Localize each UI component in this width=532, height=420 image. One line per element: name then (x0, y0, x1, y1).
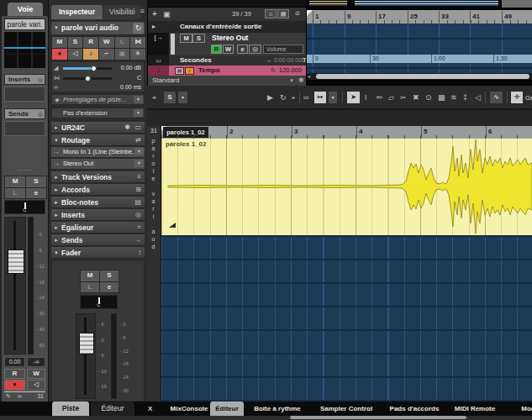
seconds-ruler-lane[interactable]: 0 30 1:00 1:30 (307, 55, 532, 63)
chevron-down-icon[interactable]: ▼ (289, 76, 294, 86)
tempo-activate-icon[interactable]: ♪ (185, 67, 194, 75)
event-corner-handle[interactable] (169, 223, 176, 228)
grid-type-label[interactable]: Grille (525, 92, 532, 104)
gain-value[interactable]: 0.00 (4, 357, 25, 367)
tab-piste[interactable]: Piste (52, 402, 89, 416)
autoscroll-icon[interactable]: ↦ (313, 91, 327, 104)
read-automation-button[interactable]: R (211, 45, 222, 54)
chevron-down-icon[interactable]: ▼ (134, 148, 144, 155)
play-tool[interactable]: ◁ (475, 92, 481, 104)
pan-control[interactable]: C (80, 295, 118, 309)
scrollbar-thumb[interactable] (316, 74, 529, 79)
inserts-header[interactable]: Inserts ◎ (4, 74, 45, 85)
close-icon[interactable]: X (148, 402, 152, 416)
volume-fader[interactable] (76, 313, 96, 399)
chevron-down-icon[interactable]: ▼ (328, 91, 338, 104)
wrench-icon[interactable]: ✎ (6, 392, 11, 401)
section-fader[interactable]: ▼ Fader ↕ (51, 247, 145, 259)
lanes-icon[interactable]: ▣ (115, 49, 130, 60)
status-scrollbar[interactable] (290, 416, 466, 419)
mute-button[interactable]: M (180, 34, 192, 43)
input-routing-dropdown[interactable]: → Mono In 1 (Line (Steinbe. ▼ (51, 147, 145, 158)
triangle-left-icon[interactable]: ◂ (292, 92, 294, 104)
fader-handle[interactable] (8, 249, 24, 274)
tab-mixconsole[interactable]: MixConsole (161, 402, 217, 416)
comp-tool[interactable]: ▩ (438, 92, 445, 104)
editor-ruler[interactable]: paroles 1_02 2 3 4 5 6 (161, 126, 532, 139)
tab-midi-remote[interactable]: MIDI Remote (445, 402, 504, 416)
read-automation-button[interactable]: R (4, 369, 25, 379)
link-icon[interactable]: ∞ (303, 92, 308, 104)
hardware-icon[interactable]: ▭ (134, 122, 141, 134)
inspector-menu-icon[interactable]: ≡ (140, 7, 145, 15)
solo-button[interactable]: S (26, 176, 46, 187)
track-preset-row[interactable]: Standard ▼ ✱ (148, 76, 306, 86)
inspector-track-header[interactable]: ▼ parole vari audio ↻ (51, 22, 145, 34)
tab-voie[interactable]: Voie (8, 3, 43, 16)
extension-dropdown[interactable]: Pas d'extension ▼ (51, 108, 145, 118)
draw-tool[interactable]: ✏ (377, 92, 383, 104)
section-sends[interactable]: ► Sends → (51, 234, 145, 246)
pan-slider[interactable] (63, 77, 112, 80)
pin-icon[interactable]: ⌖ (152, 92, 156, 104)
scroll-left-icon[interactable]: ◂ (308, 73, 310, 80)
record-enable-button[interactable]: ● (52, 49, 67, 60)
mute-button[interactable]: M (81, 270, 99, 281)
write-automation-button[interactable]: W (223, 45, 234, 54)
tab-editeur[interactable]: Éditeur (210, 402, 244, 416)
horizontal-scrollbar[interactable]: ◂ (307, 73, 532, 80)
folder-icon[interactable]: ▸ (152, 21, 155, 33)
track-preset-dropdown[interactable]: ◆ Préréglages de piste... ▼ (51, 94, 145, 105)
erase-tool[interactable]: ▱ (388, 92, 394, 104)
range-selection-tool[interactable]: I (365, 92, 367, 104)
freeze-icon[interactable]: ✳ (130, 49, 145, 60)
chevron-down-icon[interactable]: ▼ (177, 91, 188, 104)
audition-loop-icon[interactable]: ↻ (280, 92, 287, 104)
volume-fader[interactable] (4, 217, 26, 354)
sends-header[interactable]: Sends ◎ (4, 108, 45, 119)
track-stereo-out[interactable]: [→ M S Stereo Out R W e ◎ Volume (148, 33, 306, 56)
mono-stereo-icon[interactable]: ⋈ (130, 37, 145, 48)
scrub-tool[interactable]: ≋ (450, 92, 457, 104)
snap-icon[interactable]: ✛ (510, 91, 524, 104)
list-icon[interactable]: ▤ (277, 9, 289, 18)
listen-bus-icon[interactable]: ∞ (18, 392, 22, 401)
tempo-value[interactable]: 120.000 (279, 66, 302, 76)
write-automation-button[interactable]: W (99, 37, 114, 48)
home-icon[interactable]: ⌂ (265, 9, 277, 18)
add-track-button[interactable]: + (152, 8, 157, 21)
line-tool[interactable]: ∿ (489, 91, 503, 104)
sends-bypass-icon[interactable]: ◎ (38, 109, 43, 118)
tab-sampler-control[interactable]: Sampler Control (314, 402, 378, 416)
chevron-down-icon[interactable]: ▼ (134, 109, 143, 117)
section-inserts[interactable]: ► Inserts ◎ (51, 209, 145, 221)
edit-channel-button[interactable]: e (237, 45, 248, 54)
split-tool[interactable]: ✂ (400, 92, 407, 104)
chevron-down-icon[interactable]: ▼ (134, 160, 144, 167)
section-routage[interactable]: ▼ Routage ⇄ (51, 134, 145, 146)
import-icon[interactable]: ▣ (163, 8, 171, 21)
chevron-down-icon[interactable]: ▼ (134, 96, 143, 103)
search-icon[interactable]: ⊙ (292, 9, 303, 18)
lock-icon[interactable]: ⌐ (99, 49, 114, 60)
tab-pads-accords[interactable]: Pads d'accords (385, 402, 444, 416)
write-automation-button[interactable]: W (27, 369, 45, 379)
solo-button[interactable]: S (68, 37, 83, 48)
output-routing-dropdown[interactable]: → Stereo Out ▼ (51, 159, 145, 170)
waveform-lane[interactable]: paroles 1_02 (161, 139, 532, 235)
tab-editeur-left[interactable]: Éditeur (91, 402, 134, 416)
refresh-icon[interactable]: ↻ (133, 23, 144, 34)
inserts-bypass-icon[interactable]: ◎ (38, 75, 43, 84)
record-enable-button[interactable]: ● (4, 380, 25, 391)
tab-inspecteur[interactable]: Inspecteur (51, 5, 103, 19)
musical-mode-button[interactable]: ♪ (83, 49, 98, 60)
section-track-versions[interactable]: ► Track Versions ≡ (51, 171, 145, 183)
edit-channel-button[interactable]: e (100, 282, 119, 293)
mute-button[interactable]: M (5, 176, 25, 187)
gear-icon[interactable]: ✱ (124, 122, 130, 134)
send-slot[interactable] (4, 121, 45, 136)
section-egaliseur[interactable]: ► Égaliseur ≈ (51, 222, 145, 234)
audition-play-icon[interactable]: ▶ (267, 92, 273, 104)
object-selection-tool[interactable]: ➤ (346, 91, 361, 104)
mute-button[interactable]: M (52, 37, 67, 48)
